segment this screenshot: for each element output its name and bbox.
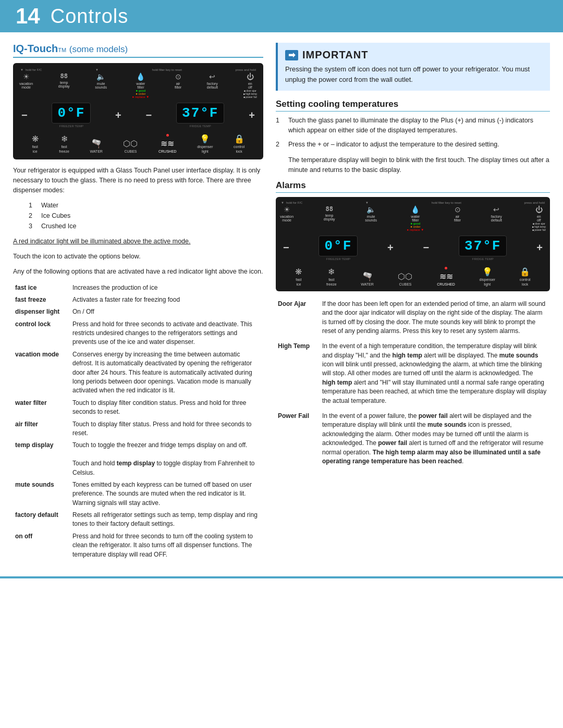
feature-desc-factory-default: Resets all refrigerator settings such as… — [70, 509, 263, 530]
panel-air-filter: ⊙ air filter — [175, 72, 181, 89]
fridge-temp-label: FRIDGE TEMP — [190, 125, 211, 128]
feature-name-factory-default: factory default — [13, 509, 70, 530]
control-panel-graphic: ▼ hold for F/C ▼ hold filter key to rese… — [13, 63, 263, 159]
panel-temp-display: 88 temp display — [58, 72, 70, 88]
list-item-ice-cubes: 2 Ice Cubes — [29, 211, 263, 221]
trademark: TM — [58, 47, 66, 53]
panel-fast-ice: ❋ fast ice — [32, 134, 39, 153]
panel-mute-sounds: 🔈 mute sounds — [95, 72, 107, 89]
important-arrow-icon: ➡ — [285, 50, 298, 60]
alarm-desc-door-ajar: If the door has been left open for an ex… — [320, 298, 550, 340]
alarms-fridge-display: 37°F — [459, 236, 507, 256]
activated-note: Any of the following options that are ac… — [13, 267, 263, 277]
alarm-high-temp: High Temp In the event of a high tempera… — [276, 340, 550, 410]
alarms-dispenser-light: 💡 dispenser light — [480, 267, 495, 286]
important-title: IMPORTANT — [302, 49, 368, 61]
panel-vacation-mode: ☀ vacation mode — [19, 72, 33, 89]
list-item-water: 1 Water — [29, 200, 263, 211]
panel-water: 🫗 WATER — [90, 139, 103, 153]
feature-desc-temp-display: Touch to toggle the freezer and fridge t… — [70, 439, 263, 479]
cooling-step-1: 1 Touch the glass panel to illuminate th… — [276, 116, 550, 135]
alarm-desc-power-fail: In the event of a power failure, the pow… — [320, 410, 550, 470]
feature-on-off: on off Press and hold for three seconds … — [13, 530, 263, 561]
freezer-minus: − — [21, 109, 28, 121]
freezer-temp-value: 0°F — [57, 105, 85, 121]
feature-name-fast-ice: fast ice — [13, 282, 70, 294]
panel-control-lock: 🔒 control lock — [234, 134, 244, 153]
feature-name-temp-display: temp display — [13, 439, 70, 479]
alarms-title: Alarms — [276, 180, 550, 193]
iq-touch-title: IQ-TouchTM (some models) — [13, 43, 263, 58]
alarm-desc-high-temp: In the event of a high temperature condi… — [320, 340, 550, 410]
feature-desc-on-off: Press and hold for three seconds to turn… — [70, 530, 263, 561]
feature-fast-freeze: fast freeze Activates a faster rate for … — [13, 294, 263, 306]
alarms-fast-freeze: ❄ fast freeze — [326, 267, 336, 286]
footer-line — [0, 576, 563, 578]
alarm-name-power-fail: Power Fail — [276, 410, 320, 470]
panel-cubes: ⬡⬡ CUBES — [123, 139, 138, 153]
important-header: ➡ IMPORTANT — [285, 49, 543, 61]
feature-name-fast-freeze: fast freeze — [13, 294, 70, 306]
feature-name-water-filter: water filter — [13, 397, 70, 418]
alarms-panel-graphic: ▼ hold for F/C ▼ hold filter key to rese… — [276, 197, 550, 291]
feature-name-vacation-mode: vacation mode — [13, 349, 70, 397]
panel-temp-row: − 0°F FREEZER TEMP + − 37°F FRIDGE TEMP … — [17, 101, 259, 130]
fridge-plus: + — [249, 109, 255, 121]
alarm-door-ajar: Door Ajar If the door has been left open… — [276, 298, 550, 340]
alarm-name-door-ajar: Door Ajar — [276, 298, 320, 340]
feature-desc-dispenser-light: On / Off — [70, 306, 263, 318]
alarms-cubes: ⬡⬡ CUBES — [398, 272, 412, 286]
dispenser-modes-list: 1 Water 2 Ice Cubes 3 Crushed Ice — [29, 200, 263, 231]
alarms-crushed: ≋≋ CRUSHED — [437, 267, 455, 286]
fridge-temp-display: 37°F — [176, 103, 224, 124]
feature-water-filter: water filter Touch to display filter con… — [13, 397, 263, 418]
alarms-water: 🫗 WATER — [361, 272, 374, 286]
main-content: IQ-TouchTM (some models) ▼ hold for F/C … — [0, 32, 563, 571]
freezer-plus: + — [115, 109, 121, 121]
alarms-on-off: ⏻ en off ■ door ajar ■ high temp ■ power… — [532, 205, 546, 231]
feature-air-filter: air filter Touch to display filter statu… — [13, 418, 263, 440]
feature-name-mute-sounds: mute sounds — [13, 479, 70, 509]
alarms-panel-top-icons: ☀ vacation mode 88 temp display 🔈 mute s… — [279, 205, 547, 231]
alarms-control-lock: 🔒 control lock — [520, 267, 531, 286]
alarms-panel-bottom-icons: ❋ fast ice ❄ fast freeze 🫗 WATER ⬡⬡ CUBE… — [279, 265, 547, 287]
feature-desc-mute-sounds: Tones emitted by each keypress can be tu… — [70, 479, 263, 509]
alarms-temp-display: 88 temp display — [324, 205, 335, 221]
alarms-air-filter: ⊙ air filter — [454, 205, 461, 222]
crushed-active-indicator — [166, 134, 169, 137]
feature-vacation-mode: vacation mode Conserves energy by increa… — [13, 349, 263, 397]
feature-desc-vacation-mode: Conserves energy by increasing the time … — [70, 349, 263, 397]
red-indicator-note: A red indicator light will be illuminate… — [13, 237, 263, 246]
feature-name-air-filter: air filter — [13, 418, 70, 440]
alarm-name-high-temp: High Temp — [276, 340, 320, 410]
right-column: ➡ IMPORTANT Pressing the system off icon… — [276, 43, 550, 561]
feature-desc-air-filter: Touch to display filter status. Press an… — [70, 418, 263, 440]
panel-fast-freeze: ❄ fast freeze — [59, 134, 69, 153]
touch-note: Touch the icon to activate the options b… — [13, 252, 263, 262]
panel-top-icons: ☀ vacation mode 88 temp display 🔈 mute s… — [17, 72, 259, 98]
alarms-freezer-display: 0°F — [319, 236, 358, 256]
fridge-minus: − — [146, 109, 152, 121]
feature-dispenser-light: dispenser light On / Off — [13, 306, 263, 318]
cooling-step-note: The temperature display will begin to bl… — [288, 155, 550, 175]
alarms-temp-row: − 0°F FREEZER TEMP + − 37°F FRIDGE TEMP … — [279, 233, 547, 263]
cooling-step-2: 2 Press the + or – indicator to adjust t… — [276, 140, 550, 150]
feature-desc-control-lock: Press and hold for three seconds to acti… — [70, 318, 263, 349]
alarms-factory-default: ↩ factory default — [491, 205, 502, 222]
feature-name-on-off: on off — [13, 530, 70, 561]
freezer-temp-display: 0°F — [52, 103, 91, 124]
important-box: ➡ IMPORTANT Pressing the system off icon… — [276, 43, 550, 91]
feature-mute-sounds: mute sounds Tones emitted by each keypre… — [13, 479, 263, 509]
body-text-intro: Your refrigerator is equipped with a Gla… — [13, 166, 263, 195]
feature-table: fast ice Increases the production of ice… — [13, 282, 263, 561]
alarms-fast-ice: ❋ fast ice — [295, 267, 302, 286]
important-text: Pressing the system off icon does not tu… — [285, 64, 543, 84]
page-title: Controls — [51, 5, 129, 28]
panel-crushed: ≋≋ CRUSHED — [158, 134, 177, 153]
setting-cooling-title: Setting cooling temperatures — [276, 99, 550, 112]
freezer-temp-label: FREEZER TEMP — [59, 125, 83, 128]
feature-factory-default: factory default Resets all refrigerator … — [13, 509, 263, 530]
feature-control-lock: control lock Press and hold for three se… — [13, 318, 263, 349]
panel-water-filter: 💧 water filter ● good ● order ● replace … — [132, 72, 150, 98]
alarms-mute-sounds: 🔈 mute sounds — [365, 205, 377, 222]
